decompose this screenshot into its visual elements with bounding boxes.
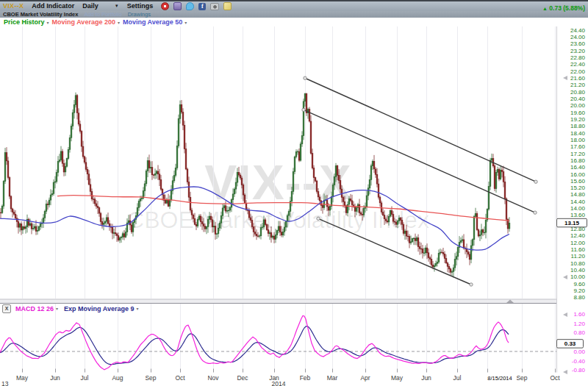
svg-text:18.00: 18.00 <box>570 137 586 143</box>
chart-canvas[interactable]: 24.4024.0023.6023.2022.8022.4022.0021.60… <box>0 0 588 386</box>
svg-text:Nov: Nov <box>207 374 219 382</box>
toolbar-row-main: VIX--X Add Indicator Daily ▼ Settings f … <box>0 1 588 11</box>
svg-text:1.20: 1.20 <box>573 321 585 327</box>
svg-text:8.80: 8.80 <box>573 294 585 301</box>
svg-text:Apr: Apr <box>360 374 370 382</box>
tab-price-history[interactable]: Price History <box>4 18 45 26</box>
svg-text:9.60: 9.60 <box>573 281 585 287</box>
svg-text:14.40: 14.40 <box>570 199 586 205</box>
svg-text:9.20: 9.20 <box>573 287 585 294</box>
close-icon[interactable]: X <box>2 304 11 313</box>
svg-text:Aug: Aug <box>112 374 123 382</box>
svg-text:Sep: Sep <box>516 374 527 382</box>
quote-change-value: 0.73 (5.88%) <box>549 4 585 12</box>
svg-text:14.00: 14.00 <box>570 205 586 212</box>
trendline-handle[interactable] <box>302 108 305 111</box>
trendline-handle[interactable] <box>470 283 473 286</box>
chevron-down-icon[interactable]: ▾ <box>118 20 120 25</box>
svg-text:Jun: Jun <box>50 374 60 382</box>
svg-text:May: May <box>16 374 29 382</box>
add-to-portfolio-link[interactable]: Add to Portfolio <box>84 11 121 18</box>
svg-text:15.20: 15.20 <box>570 185 586 191</box>
time-axis: MayJunJulAugSepOctNovDecJan2014FebMarApr… <box>1 374 560 386</box>
svg-text:0.00: 0.00 <box>573 349 585 355</box>
trendline-handle[interactable] <box>304 76 306 79</box>
svg-text:13.15: 13.15 <box>564 220 580 226</box>
svg-text:Mar: Mar <box>327 374 338 382</box>
svg-text:Feb: Feb <box>300 374 311 382</box>
cube-icon[interactable] <box>173 2 182 10</box>
svg-text:20.40: 20.40 <box>570 96 586 102</box>
timeframe-select[interactable]: Daily <box>82 1 98 11</box>
svg-text:16.80: 16.80 <box>570 157 586 164</box>
macd-signal-line[interactable] <box>0 326 509 365</box>
svg-text:12.00: 12.00 <box>570 240 586 246</box>
svg-text:0.33: 0.33 <box>564 340 576 347</box>
toolbar-icons: f <box>161 2 232 10</box>
ma50-line[interactable] <box>0 187 509 250</box>
svg-text:Dec: Dec <box>237 374 248 382</box>
up-arrow-icon: ▲ <box>542 6 548 11</box>
svg-text:14.80: 14.80 <box>570 191 586 198</box>
svg-text:Sep: Sep <box>145 374 156 382</box>
svg-text:20.00: 20.00 <box>570 102 586 109</box>
last-price-box: 13.15 <box>557 218 587 227</box>
trendline-handle[interactable] <box>317 217 320 220</box>
svg-text:20.80: 20.80 <box>570 89 586 96</box>
macd-signal-label[interactable]: Exp Moving Average 9 <box>64 305 134 312</box>
chevron-down-icon[interactable]: ▾ <box>136 306 138 311</box>
facebook-icon[interactable]: f <box>198 3 206 10</box>
axis-marker-icon <box>563 76 567 80</box>
alarm-icon[interactable] <box>161 2 169 10</box>
candlesticks <box>0 93 510 278</box>
macd-indicator-label[interactable]: MACD 12 26 <box>15 305 54 312</box>
svg-text:19.20: 19.20 <box>570 116 586 123</box>
settings-button[interactable]: Settings <box>127 1 154 11</box>
twitter-icon[interactable] <box>186 2 194 10</box>
svg-text:22.80: 22.80 <box>570 54 586 61</box>
pane-separator[interactable] <box>0 299 556 304</box>
svg-text:10.40: 10.40 <box>570 267 586 274</box>
svg-text:-0.80: -0.80 <box>572 367 586 374</box>
svg-text:18.80: 18.80 <box>570 123 586 129</box>
svg-text:21.60: 21.60 <box>570 75 586 82</box>
svg-text:23.20: 23.20 <box>570 48 586 54</box>
macd-pane-header: X MACD 12 26 ▾ Exp Moving Average 9 ▾ <box>2 304 141 312</box>
trendline-handle[interactable] <box>534 211 537 214</box>
symbol-description: CBOE Market Volatility Index <box>3 11 78 18</box>
svg-text:10.80: 10.80 <box>570 260 586 267</box>
svg-text:22.40: 22.40 <box>570 61 586 68</box>
trendline-handle[interactable] <box>534 180 537 183</box>
macd-line[interactable] <box>0 315 509 370</box>
tab-moving-average-50[interactable]: Moving Average 50 <box>123 18 182 26</box>
svg-text:19.60: 19.60 <box>570 110 586 116</box>
tab-moving-average-200[interactable]: Moving Average 200 <box>52 18 115 26</box>
trendline[interactable] <box>317 217 473 286</box>
svg-text:24.00: 24.00 <box>570 34 586 40</box>
chevron-down-icon[interactable]: ▾ <box>184 20 187 25</box>
chevron-down-icon[interactable]: ▾ <box>56 306 58 311</box>
trendline[interactable] <box>302 108 537 214</box>
svg-text:12.40: 12.40 <box>570 232 586 239</box>
timeframe-dropdown-icon[interactable]: ▼ <box>115 1 119 11</box>
svg-text:18.40: 18.40 <box>570 130 586 137</box>
svg-text:2014: 2014 <box>272 380 286 386</box>
camera-icon[interactable] <box>210 3 219 10</box>
trendline[interactable] <box>304 76 537 183</box>
macd-last-value-box: 0.33 <box>557 340 584 349</box>
add-indicator-button[interactable]: Add Indicator <box>32 1 74 11</box>
svg-text:17.60: 17.60 <box>570 143 586 150</box>
svg-text:11.60: 11.60 <box>571 246 586 253</box>
chevron-down-icon[interactable]: ▾ <box>47 20 49 25</box>
app-window: VIX--X CBOE Market Volatility Index 24.4… <box>0 0 588 386</box>
svg-text:22.00: 22.00 <box>570 68 586 75</box>
drawings-menu[interactable]: Drawings <box>128 11 151 18</box>
gridlines <box>23 26 557 373</box>
note-icon[interactable] <box>223 2 232 10</box>
svg-text:Oct: Oct <box>175 374 185 382</box>
svg-text:16.00: 16.00 <box>570 171 586 178</box>
svg-text:1.60: 1.60 <box>573 311 585 318</box>
svg-text:17.20: 17.20 <box>570 151 586 157</box>
ma200-line[interactable] <box>57 196 509 221</box>
symbol-label[interactable]: VIX--X <box>3 1 24 11</box>
